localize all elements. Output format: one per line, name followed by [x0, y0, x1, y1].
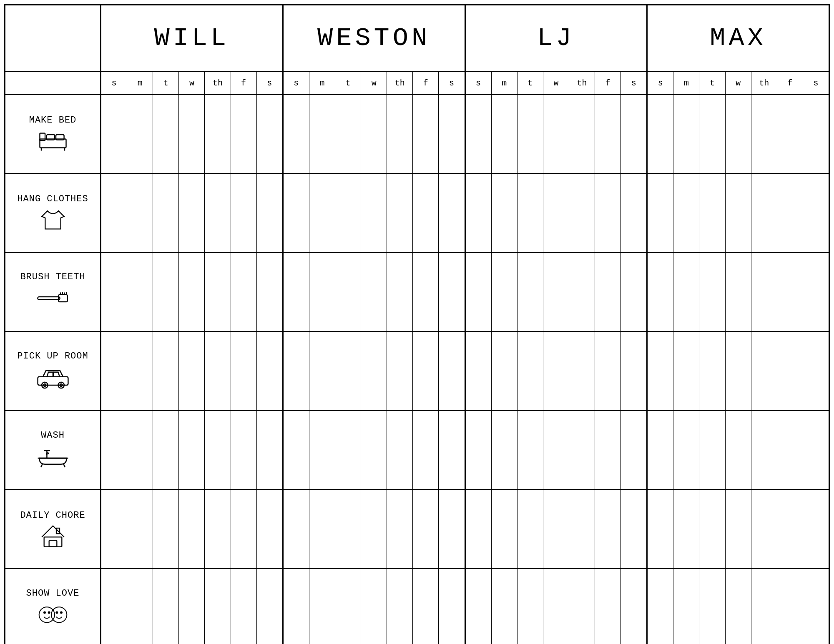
task-row-make-bed: MAKE BED	[5, 95, 829, 174]
cell-will-makebed-w[interactable]	[179, 95, 205, 173]
day-max-f: f	[777, 72, 803, 94]
svg-line-22	[40, 464, 42, 467]
cell-lj-makebed-s[interactable]	[466, 95, 492, 173]
task-max-hang-clothes	[648, 174, 829, 252]
person-header-max: MAX	[648, 5, 829, 71]
day-max-w: w	[726, 72, 751, 94]
task-max-daily-chore	[648, 490, 829, 568]
task-name-wash: WASH	[41, 430, 65, 441]
day-will-m: m	[127, 72, 153, 94]
cell-weston-makebed-th[interactable]	[387, 95, 413, 173]
person-name-will: WILL	[154, 23, 229, 53]
day-will-th: th	[205, 72, 231, 94]
task-label-brush-teeth: BRUSH TEETH	[5, 253, 101, 331]
day-will-f: f	[231, 72, 257, 94]
task-weston-wash	[284, 411, 466, 489]
task-max-pick-up-room	[648, 332, 829, 410]
day-lj-th: th	[569, 72, 595, 94]
day-will-t: t	[153, 72, 179, 94]
days-will: s m t w th f s	[101, 72, 284, 94]
task-name-brush-teeth: BRUSH TEETH	[20, 272, 85, 282]
header-label-spacer	[5, 5, 101, 71]
days-max: s m t w th f s	[648, 72, 829, 94]
day-max-s: s	[648, 72, 673, 94]
day-weston-f: f	[413, 72, 439, 94]
svg-point-28	[44, 611, 45, 613]
task-lj-wash	[466, 411, 648, 489]
cell-lj-makebed-m[interactable]	[492, 95, 517, 173]
day-lj-f: f	[595, 72, 621, 94]
toothbrush-icon	[36, 285, 70, 312]
task-max-brush-teeth	[648, 253, 829, 331]
task-weston-show-love	[284, 569, 466, 644]
cell-will-makebed-s2[interactable]	[257, 95, 282, 173]
task-weston-brush-teeth	[284, 253, 466, 331]
cell-lj-makebed-w[interactable]	[543, 95, 569, 173]
task-max-show-love	[648, 569, 829, 644]
cell-lj-makebed-f[interactable]	[595, 95, 621, 173]
person-header-lj: LJ	[466, 5, 648, 71]
svg-point-30	[51, 607, 67, 622]
cell-weston-makebed-w[interactable]	[361, 95, 387, 173]
cell-lj-makebed-t[interactable]	[517, 95, 543, 173]
days-lj: s m t w th f s	[466, 72, 648, 94]
task-name-pick-up-room: PICK UP ROOM	[17, 351, 88, 361]
task-will-make-bed	[101, 95, 284, 173]
car-icon	[36, 364, 70, 391]
task-label-daily-chore: DAILY CHORE	[5, 490, 101, 568]
task-weston-daily-chore	[284, 490, 466, 568]
task-max-wash	[648, 411, 829, 489]
cell-max-makebed-m[interactable]	[673, 95, 699, 173]
day-weston-w: w	[361, 72, 387, 94]
task-label-pick-up-room: PICK UP ROOM	[5, 332, 101, 410]
days-label-spacer	[5, 72, 101, 94]
task-rows: MAKE BED	[5, 95, 829, 644]
svg-point-27	[39, 607, 54, 622]
cell-will-makebed-s[interactable]	[101, 95, 127, 173]
cell-max-makebed-s[interactable]	[648, 95, 673, 173]
task-label-make-bed: MAKE BED	[5, 95, 101, 173]
cell-lj-makebed-s2[interactable]	[621, 95, 646, 173]
task-row-daily-chore: DAILY CHORE	[5, 490, 829, 569]
cell-lj-makebed-th[interactable]	[569, 95, 595, 173]
task-name-hang-clothes: HANG CLOTHES	[17, 194, 88, 204]
svg-line-23	[63, 464, 65, 467]
task-row-brush-teeth: BRUSH TEETH	[5, 253, 829, 332]
faces-icon	[36, 601, 70, 628]
task-label-wash: WASH	[5, 411, 101, 489]
day-lj-w: w	[543, 72, 569, 94]
cell-will-makebed-th[interactable]	[205, 95, 231, 173]
cell-will-makebed-t[interactable]	[153, 95, 179, 173]
cell-max-makebed-th[interactable]	[751, 95, 777, 173]
day-will-w: w	[179, 72, 205, 94]
svg-rect-24	[44, 537, 62, 546]
day-weston-th: th	[387, 72, 413, 94]
cell-weston-makebed-s[interactable]	[284, 95, 309, 173]
task-label-show-love: SHOW LOVE	[5, 569, 101, 644]
house-icon	[38, 523, 68, 548]
cell-weston-makebed-f[interactable]	[413, 95, 439, 173]
cell-max-makebed-w[interactable]	[726, 95, 751, 173]
days-weston: s m t w th f s	[284, 72, 466, 94]
cell-max-makebed-f[interactable]	[777, 95, 803, 173]
task-lj-daily-chore	[466, 490, 648, 568]
day-max-m: m	[673, 72, 699, 94]
cell-weston-makebed-m[interactable]	[309, 95, 335, 173]
cell-will-makebed-m[interactable]	[127, 95, 153, 173]
svg-line-20	[48, 452, 48, 454]
svg-point-29	[48, 611, 50, 613]
day-lj-s2: s	[621, 72, 646, 94]
svg-rect-6	[38, 297, 60, 300]
cell-max-makebed-t[interactable]	[699, 95, 725, 173]
task-name-daily-chore: DAILY CHORE	[20, 510, 85, 521]
shirt-icon	[38, 207, 68, 232]
task-max-make-bed	[648, 95, 829, 173]
cell-weston-makebed-s2[interactable]	[439, 95, 464, 173]
day-lj-m: m	[492, 72, 517, 94]
chore-chart: WILL WESTON LJ MAX s m t w th f s s m t …	[4, 4, 830, 644]
cell-max-makebed-s2[interactable]	[803, 95, 829, 173]
task-label-hang-clothes: HANG CLOTHES	[5, 174, 101, 252]
cell-will-makebed-f[interactable]	[231, 95, 257, 173]
day-weston-s: s	[284, 72, 309, 94]
cell-weston-makebed-t[interactable]	[335, 95, 361, 173]
